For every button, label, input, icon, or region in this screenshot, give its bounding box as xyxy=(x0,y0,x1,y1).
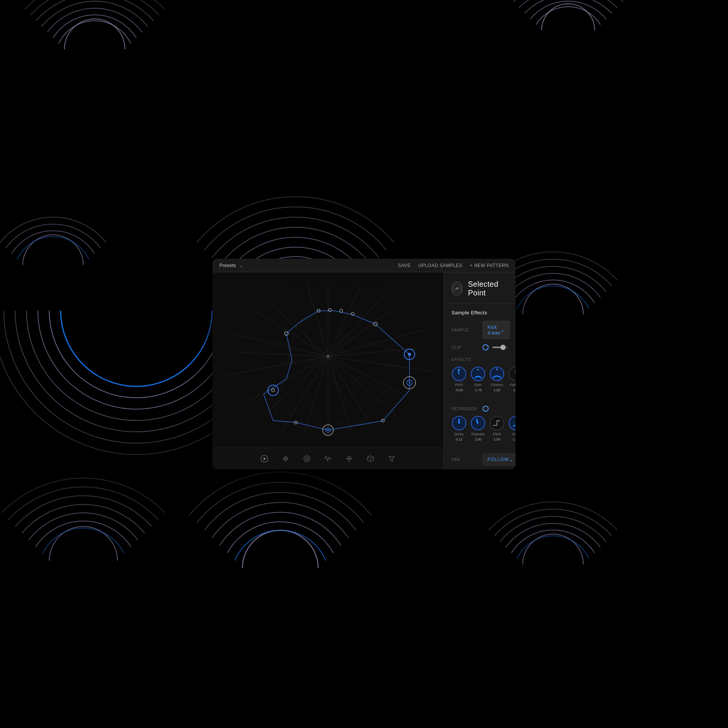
svg-point-1 xyxy=(49,223,223,398)
svg-line-68 xyxy=(370,457,373,459)
toolbar: Presets ⌄ SAVE UPLOAD SAMPLES + NEW PATT… xyxy=(212,259,516,272)
pitch-knob-wrapper: Pitch -6.00 xyxy=(451,366,467,392)
gain-knob[interactable] xyxy=(470,366,486,381)
svg-line-18 xyxy=(266,300,328,356)
pitch-knob-value: -6.00 xyxy=(455,388,463,392)
clip-toggle[interactable] xyxy=(483,344,489,350)
funnel-tool-icon[interactable] xyxy=(386,453,397,464)
presets-label: Presets xyxy=(219,262,236,268)
effects-knobs: Pitch -6.00 Gain -1.75 xyxy=(451,366,508,392)
svg-line-27 xyxy=(247,356,328,402)
fadein-knob-value: 0.0 xyxy=(514,388,516,392)
svg-line-16 xyxy=(228,356,328,375)
gain-knob-label: Gain xyxy=(474,383,482,387)
app-window: Presets ⌄ SAVE UPLOAD SAMPLES + NEW PATT… xyxy=(212,259,516,469)
pan-row: PAN FOLLOW ⌄ xyxy=(451,453,508,466)
delay-knob[interactable] xyxy=(451,416,467,431)
retrigger-pitch-knob[interactable] xyxy=(489,416,505,431)
presets-selector[interactable]: Presets ⌄ xyxy=(219,262,243,268)
pitch-knob[interactable] xyxy=(451,366,467,381)
svg-line-67 xyxy=(367,457,370,459)
svg-point-72 xyxy=(453,284,461,293)
clip-slider[interactable] xyxy=(492,347,508,348)
presets-chevron-icon: ⌄ xyxy=(239,263,243,268)
pan-dropdown[interactable]: FOLLOW ⌄ xyxy=(483,453,516,466)
svg-point-39 xyxy=(328,309,331,312)
selected-point-icon xyxy=(451,282,462,295)
repeats-knob-value: 2.00 xyxy=(475,437,481,441)
svg-line-30 xyxy=(298,322,409,355)
retrigger-pitch-knob-wrapper: Pitch 1.00 xyxy=(489,416,505,441)
retrigger-knobs: Delay 0.12 Repeats 2.00 xyxy=(451,416,508,441)
cube-tool-icon[interactable] xyxy=(365,453,376,464)
svg-line-35 xyxy=(273,421,362,425)
clip-label: CLIP xyxy=(451,345,478,350)
svg-line-24 xyxy=(328,356,375,432)
wave-tool-icon[interactable] xyxy=(323,453,333,464)
main-content: Selected Point Sample Effects SAMPLE Kic… xyxy=(212,272,516,469)
sample-dropdown-arrow-icon: ⌄ xyxy=(500,327,505,333)
gain-knob-value: -1.75 xyxy=(474,388,482,392)
delay-knob-label: Delay xyxy=(455,432,464,436)
sample-row: SAMPLE Kick 4.wav ⌄ xyxy=(451,321,508,339)
svg-line-22 xyxy=(328,349,417,356)
effects-label: EFFECTS xyxy=(451,358,471,362)
svg-line-34 xyxy=(362,355,409,425)
target-tool-icon[interactable] xyxy=(302,453,312,464)
fadein-knob[interactable] xyxy=(508,366,516,381)
sample-label: SAMPLE xyxy=(451,328,478,332)
svg-line-31 xyxy=(298,322,362,425)
chance-knob-wrapper: Chance 1.00 xyxy=(489,366,505,392)
svg-point-74 xyxy=(458,369,460,370)
svg-point-79 xyxy=(509,367,516,381)
retrigger-label: RETRIGGER xyxy=(451,407,478,411)
retrigger-gain-label: Gain xyxy=(512,432,516,436)
pan-section: PAN FOLLOW ⌄ 1.00 xyxy=(444,449,516,469)
retrigger-toggle[interactable] xyxy=(483,406,489,412)
sample-effects-title: Sample Effects xyxy=(451,310,508,316)
clip-row: CLIP xyxy=(451,344,508,350)
retrigger-pitch-value: 1.00 xyxy=(494,437,500,441)
chance-knob[interactable] xyxy=(489,366,505,381)
pattern-canvas[interactable] xyxy=(212,272,444,448)
selected-point-title: Selected Point xyxy=(468,280,508,297)
chance-knob-value: 1.00 xyxy=(494,388,500,392)
svg-point-51 xyxy=(327,430,329,431)
svg-point-59 xyxy=(285,456,286,458)
svg-line-26 xyxy=(281,356,328,432)
chance-knob-label: Chance xyxy=(491,383,503,387)
upload-samples-button[interactable]: UPLOAD SAMPLES xyxy=(418,263,462,268)
svg-rect-84 xyxy=(458,419,460,424)
new-pattern-button[interactable]: + NEW PATTERN xyxy=(470,263,509,268)
svg-point-76 xyxy=(477,369,479,370)
save-button[interactable]: SAVE xyxy=(398,263,411,268)
svg-line-10 xyxy=(328,330,425,356)
fadein-knob-label: Fade In xyxy=(510,383,516,387)
svg-line-32 xyxy=(273,322,298,421)
pattern-toolbar xyxy=(212,448,444,469)
repeats-knob[interactable] xyxy=(470,416,486,431)
svg-line-11 xyxy=(328,356,432,372)
retrigger-gain-knob[interactable] xyxy=(508,416,516,431)
retrigger-pitch-label: Pitch xyxy=(493,432,501,436)
pitch-knob-label: Pitch xyxy=(455,383,463,387)
arrows-tool-icon[interactable] xyxy=(280,453,291,464)
svg-point-2 xyxy=(38,212,235,409)
svg-point-47 xyxy=(409,382,410,384)
selected-point-header: Selected Point xyxy=(444,272,516,304)
play-tool-icon[interactable] xyxy=(259,453,270,464)
retrigger-section: RETRIGGER Delay 0.12 xyxy=(444,401,516,446)
retrigger-row: RETRIGGER xyxy=(451,406,508,412)
svg-marker-58 xyxy=(264,457,266,460)
sparkle-tool-icon[interactable] xyxy=(344,453,355,464)
svg-point-54 xyxy=(272,389,275,392)
svg-line-29 xyxy=(254,311,328,356)
svg-line-36 xyxy=(286,324,362,379)
svg-point-44 xyxy=(408,353,411,356)
svg-point-88 xyxy=(509,416,516,430)
sample-dropdown[interactable]: Kick 4.wav ⌄ xyxy=(483,321,510,339)
fadein-knob-wrapper: Fade In 0.0 xyxy=(508,366,516,392)
delay-knob-wrapper: Delay 0.12 xyxy=(451,416,467,441)
svg-point-0 xyxy=(61,235,212,386)
svg-line-14 xyxy=(303,356,328,436)
